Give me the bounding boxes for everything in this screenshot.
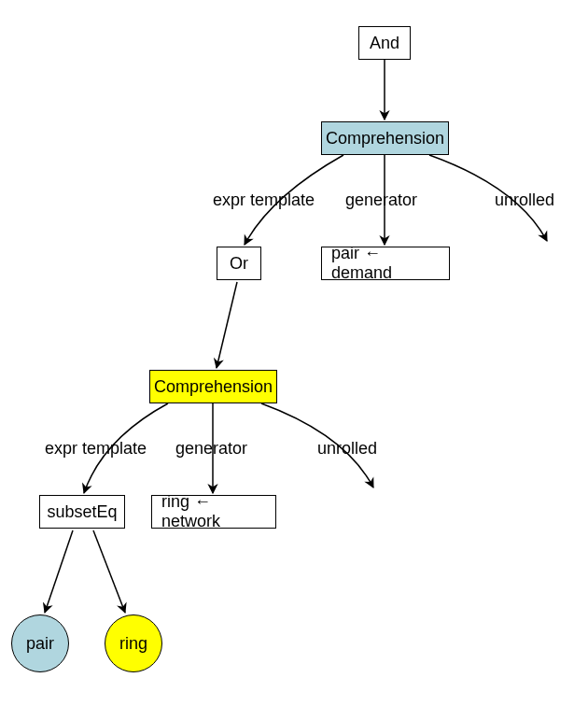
node-comprehension-1-label: Comprehension <box>326 129 444 148</box>
edge-label-generator-2: generator <box>175 439 247 459</box>
edge-label-generator-1: generator <box>345 191 417 210</box>
node-or: Or <box>217 247 261 280</box>
node-comprehension-2: Comprehension <box>149 370 277 403</box>
node-pair: pair <box>11 614 69 672</box>
diagram-edges <box>0 0 588 706</box>
node-ring: ring <box>105 614 162 672</box>
edge-label-expr-template-2: expr template <box>45 439 147 459</box>
node-subseteq: subsetEq <box>39 495 125 529</box>
node-ring-label: ring <box>119 634 147 654</box>
node-pair-demand-label: pair ← demand <box>331 244 440 283</box>
node-and-label: And <box>370 34 399 53</box>
node-pair-demand: pair ← demand <box>321 247 450 280</box>
edge-label-unrolled-1: unrolled <box>495 191 554 210</box>
node-subseteq-label: subsetEq <box>47 502 117 522</box>
node-or-label: Or <box>230 254 248 274</box>
edge-label-expr-template-1: expr template <box>213 191 315 210</box>
edge-label-unrolled-2: unrolled <box>317 439 377 459</box>
node-and: And <box>358 26 411 60</box>
node-comprehension-2-label: Comprehension <box>154 377 273 397</box>
node-pair-label: pair <box>26 634 54 654</box>
node-comprehension-1: Comprehension <box>321 121 449 155</box>
node-ring-network: ring ← network <box>151 495 276 529</box>
node-ring-network-label: ring ← network <box>161 492 266 531</box>
